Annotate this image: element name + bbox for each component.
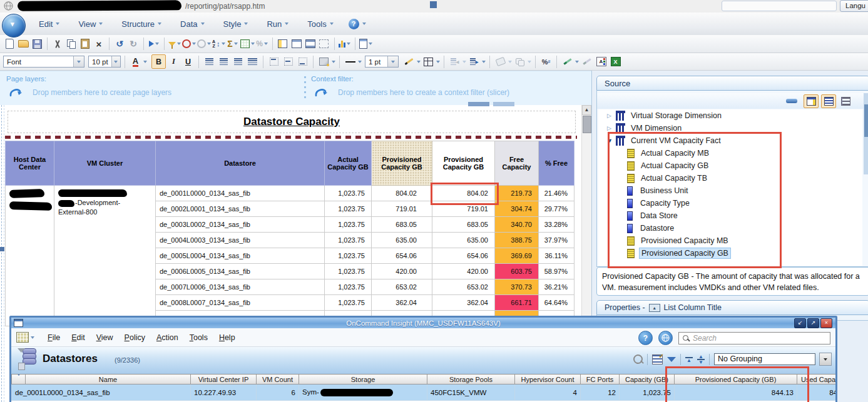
aggregation-icon[interactable]: Σ — [227, 37, 239, 51]
filter-column-header[interactable] — [12, 374, 26, 384]
report-column-header[interactable]: % Free — [539, 141, 574, 186]
number-format-icon[interactable]: %# — [539, 55, 553, 68]
borders-button[interactable] — [422, 55, 435, 68]
report-cell-free[interactable]: 661.71 — [495, 295, 539, 311]
report-cell-datastore[interactable]: de_0001L0000_0134_sas_fib — [156, 186, 325, 201]
tree-item[interactable]: Datastore — [598, 222, 862, 234]
insight-menu-tools[interactable]: Tools — [184, 331, 213, 344]
cell-virtual-center-ip[interactable]: 10.227.49.93 — [191, 384, 257, 401]
report-cell-prov2[interactable]: 683.05 — [432, 217, 495, 233]
tree-item[interactable]: Business Unit — [598, 184, 862, 197]
report-title[interactable]: Datastore Capacity — [243, 116, 340, 128]
menu-data[interactable]: Data — [173, 16, 212, 32]
context-filter-dropzone[interactable]: Drop members here to create a context fi… — [338, 88, 509, 97]
italic-button[interactable]: I — [167, 55, 180, 68]
valign-top-button[interactable] — [267, 55, 280, 68]
datastores-column-header[interactable]: Virtual Center IP — [191, 374, 257, 384]
chevron-down-icon[interactable] — [73, 56, 84, 67]
menu-tools[interactable]: Tools — [300, 16, 340, 32]
tree-item[interactable]: ▷Virtual Storage Dimension — [598, 109, 862, 122]
tree-item-label[interactable]: Provisioned Capacity GB — [639, 248, 731, 259]
menu-style[interactable]: Style — [216, 16, 256, 32]
report-cell-pct[interactable]: 37.97% — [539, 233, 574, 248]
datastores-column-header[interactable]: Name — [26, 374, 191, 384]
tree-item-label[interactable]: Provisioned Capacity MB — [639, 236, 730, 246]
report-scrollbar[interactable]: ▲ — [581, 105, 591, 318]
tree-item[interactable]: Provisioned Capacity GB — [598, 247, 862, 259]
browser-url-text[interactable]: /reporting/pat/rsapp.htm — [185, 2, 265, 11]
report-cell-free[interactable]: 369.69 — [495, 248, 539, 264]
undo-icon[interactable]: ↺ — [113, 37, 126, 51]
cell-used-capacity[interactable]: 84 — [797, 384, 836, 401]
cell-name[interactable]: de_0001L0000_0134_sas_fib — [12, 384, 191, 401]
tree-item-label[interactable]: Datastore — [638, 223, 676, 233]
scrollbar-thumb[interactable] — [583, 116, 591, 133]
search-input[interactable]: Search — [678, 332, 830, 344]
datastores-column-header[interactable]: FC Ports — [581, 374, 620, 384]
align-left-button[interactable] — [203, 55, 216, 68]
report-column-header[interactable]: Provisioned Capacity GB — [432, 141, 495, 186]
report-cell-datastore[interactable]: de_0008L0007_0134_sas_fib — [156, 295, 325, 311]
tree-item-label[interactable]: Current VM Capacity Fact — [629, 136, 723, 146]
schedule-icon[interactable] — [182, 37, 196, 51]
datastores-column-header[interactable]: Used Capacity ( — [797, 374, 836, 384]
report-cell-prov1[interactable]: 653.02 — [372, 279, 432, 295]
application-menu-button[interactable]: ▾ — [2, 14, 26, 38]
cell-hypervisor-count[interactable]: 4 — [515, 384, 581, 401]
report-cell-prov2[interactable]: 362.04 — [432, 295, 495, 311]
language-field[interactable] — [722, 1, 837, 11]
tree-item[interactable]: ▼Current VM Capacity Fact — [598, 134, 862, 147]
insight-menu-action[interactable]: Action — [151, 331, 184, 344]
increase-indent-button[interactable]: ▸ — [467, 55, 481, 68]
datastores-column-header[interactable]: Capacity (GB) — [620, 374, 675, 384]
report-cell-pct[interactable]: 36.11% — [539, 248, 574, 264]
report-cell-prov2[interactable]: 654.06 — [432, 248, 495, 264]
format-painter-button[interactable] — [561, 55, 574, 68]
zoom-icon[interactable] — [633, 354, 643, 364]
minimize-button[interactable]: ↙ — [794, 318, 806, 328]
report-cell-prov2[interactable]: 635.00 — [432, 233, 495, 248]
align-right-button[interactable] — [232, 55, 245, 68]
run-report-button[interactable] — [148, 37, 160, 51]
cell-capacity-gb[interactable]: 1,023.75 — [620, 384, 675, 401]
insight-menu-file[interactable]: File — [42, 331, 66, 344]
report-cell-prov1[interactable]: 420.00 — [372, 264, 432, 279]
cut-icon[interactable] — [51, 37, 64, 51]
report-cell-prov1[interactable]: 804.02 — [372, 186, 432, 201]
host-data-center-cell[interactable] — [6, 186, 54, 326]
valign-middle-button[interactable] — [282, 55, 295, 68]
collapse-rows-icon[interactable]: ▲▼ — [697, 355, 705, 364]
tree-item[interactable]: Actual Capacity TB — [598, 172, 862, 184]
datastores-column-header[interactable]: Storage Pools — [427, 374, 515, 384]
export-icon[interactable]: X — [609, 55, 622, 68]
maximize-button[interactable]: ↗ — [807, 318, 819, 328]
save-icon[interactable] — [31, 37, 43, 51]
border-width-select[interactable]: 1 pt — [365, 56, 399, 68]
underline-button[interactable]: U — [181, 55, 195, 68]
tree-item[interactable]: Actual Capacity GB — [598, 159, 862, 172]
report-cell-actual[interactable]: 1,023.75 — [325, 264, 372, 279]
report-cell-free[interactable]: 219.73 — [495, 186, 539, 201]
border-style-button[interactable] — [344, 55, 357, 68]
source-scrollbar[interactable] — [864, 93, 868, 174]
grouping-select[interactable]: No Grouping — [714, 353, 815, 365]
help-icon[interactable]: ? — [638, 331, 653, 345]
report-cell-pct[interactable]: 58.97% — [539, 264, 574, 279]
report-cell-free[interactable]: 603.75 — [495, 264, 539, 279]
character-format-icon[interactable]: A — [595, 55, 608, 68]
cell-storage[interactable]: Sym- — [299, 384, 427, 401]
report-cell-prov1[interactable]: 654.06 — [372, 248, 432, 264]
report-item-icon[interactable] — [359, 37, 372, 51]
copy-icon[interactable] — [65, 37, 78, 51]
collapse-section-icon[interactable]: ▲ — [649, 304, 660, 312]
calculation-icon[interactable] — [240, 37, 255, 51]
report-cell-datastore[interactable]: de_0007L0006_0134_sas_fib — [156, 279, 325, 295]
close-button[interactable]: × — [820, 318, 832, 328]
report-cell-pct[interactable]: 29.77% — [539, 201, 574, 217]
report-cell-prov2[interactable]: 420.00 — [432, 264, 495, 279]
menu-edit[interactable]: Edit — [31, 16, 67, 32]
view-list-button[interactable] — [821, 94, 836, 108]
report-column-header[interactable]: Datastore — [156, 141, 325, 186]
tree-item-label[interactable]: Capacity Type — [638, 198, 692, 208]
selection-handle[interactable] — [0, 247, 4, 251]
